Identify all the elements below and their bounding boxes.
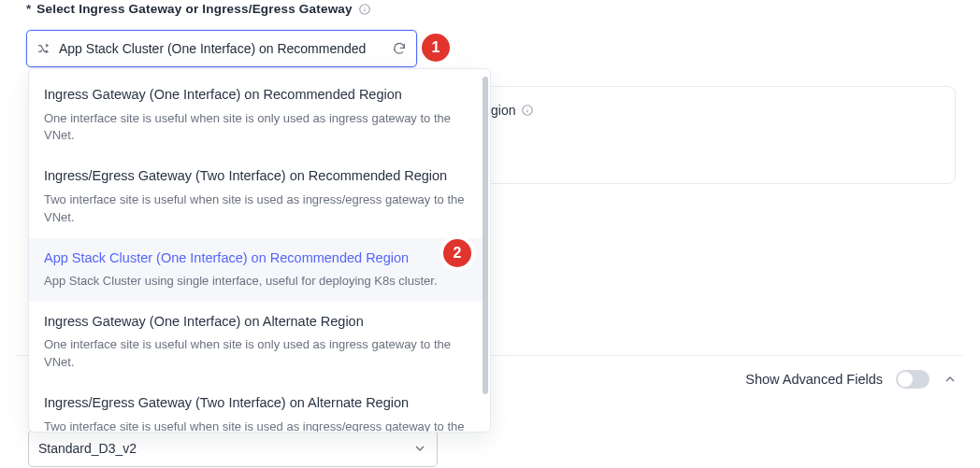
advanced-fields-row: Show Advanced Fields [745,370,958,389]
chevron-down-icon [412,441,427,456]
dropdown-option-desc: App Stack Cluster using single interface… [44,273,471,291]
dropdown-option[interactable]: Ingress/Egress Gateway (Two Interface) o… [29,383,484,432]
chevron-up-icon[interactable] [943,372,958,387]
background-partial-label: gion [491,103,534,118]
required-asterisk: * [26,2,31,16]
dropdown-option-title: Ingress/Egress Gateway (Two Interface) o… [44,167,471,186]
field-label-text: Select Ingress Gateway or Ingress/Egress… [36,2,353,16]
dropdown-option-desc: Two interface site is useful when site i… [44,418,471,432]
shuffle-icon [36,41,51,56]
dropdown-option[interactable]: Ingress/Egress Gateway (Two Interface) o… [29,156,484,237]
svg-point-5 [527,107,528,108]
field-label: * Select Ingress Gateway or Ingress/Egre… [26,0,954,16]
gateway-dropdown[interactable]: Ingress Gateway (One Interface) on Recom… [28,68,491,433]
info-icon[interactable] [521,104,534,117]
dropdown-option[interactable]: Ingress Gateway (One Interface) on Alter… [29,302,484,383]
gateway-select-input[interactable]: App Stack Cluster (One Interface) on Rec… [26,30,417,67]
dropdown-option-desc: Two interface site is useful when site i… [44,191,471,227]
svg-point-2 [364,7,365,7]
advanced-fields-label: Show Advanced Fields [745,372,883,387]
annotation-marker-1: 1 [422,34,450,62]
dropdown-option-desc: One interface site is useful when site i… [44,336,471,372]
gateway-dropdown-list[interactable]: Ingress Gateway (One Interface) on Recom… [29,69,484,432]
dropdown-option-title: Ingress Gateway (One Interface) on Recom… [44,86,471,105]
dropdown-option-title: App Stack Cluster (One Interface) on Rec… [44,249,471,268]
dropdown-scrollbar[interactable] [483,77,488,394]
annotation-marker-2: 2 [443,239,471,267]
dropdown-option[interactable]: Ingress Gateway (One Interface) on Recom… [29,75,484,156]
dropdown-option-title: Ingress Gateway (One Interface) on Alter… [44,313,471,332]
refresh-icon[interactable] [392,41,407,56]
gateway-select-value: App Stack Cluster (One Interface) on Rec… [59,41,384,56]
dropdown-option-selected[interactable]: App Stack Cluster (One Interface) on Rec… [29,238,484,302]
dropdown-option-desc: One interface site is useful when site i… [44,110,471,146]
advanced-fields-toggle[interactable] [896,370,930,389]
dropdown-option-title: Ingress/Egress Gateway (Two Interface) o… [44,394,471,413]
background-partial-label-text: gion [491,103,515,118]
instance-type-value: Standard_D3_v2 [38,441,412,456]
info-icon[interactable] [358,3,371,16]
instance-type-select[interactable]: Standard_D3_v2 [28,430,438,467]
